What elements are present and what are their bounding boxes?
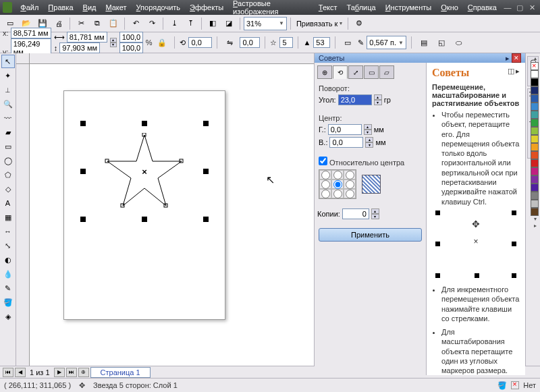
color-swatch[interactable]: [531, 111, 539, 119]
color-swatch[interactable]: [531, 78, 539, 86]
star-shape[interactable]: [104, 133, 185, 211]
add-page-button[interactable]: ⊕: [78, 368, 89, 377]
convert-curves-button[interactable]: ⬭: [452, 35, 466, 50]
paste-button[interactable]: 📋: [106, 16, 121, 31]
rotate-tab[interactable]: ⟲: [333, 65, 348, 79]
angle-input[interactable]: 23,0: [338, 94, 372, 105]
smart-fill-tool[interactable]: ▰: [1, 125, 15, 139]
next-page-button[interactable]: ▶: [54, 368, 65, 377]
scale-y[interactable]: 100,0: [119, 43, 143, 53]
ruler-horizontal[interactable]: миллиметры: [30, 53, 314, 64]
points-value[interactable]: 5: [279, 37, 293, 48]
center-v-input[interactable]: 0,0: [329, 137, 363, 148]
menu-tools[interactable]: Инструменты: [381, 2, 436, 13]
undo-button[interactable]: ↶: [128, 16, 143, 31]
copy-button[interactable]: ⧉: [90, 16, 105, 31]
export-button[interactable]: ⤒: [183, 16, 198, 31]
color-swatch[interactable]: [531, 192, 539, 200]
last-page-button[interactable]: ⏭: [66, 368, 77, 377]
color-swatch[interactable]: [531, 103, 539, 111]
mirror-value[interactable]: 0,0: [240, 37, 260, 48]
menu-arrange[interactable]: Упорядочить: [132, 2, 184, 13]
canvas-area[interactable]: миллиметры × ↖: [16, 53, 314, 366]
polygon-tool[interactable]: ⬠: [1, 168, 15, 181]
copies-input[interactable]: 0: [342, 208, 369, 219]
menu-file[interactable]: Файл: [16, 2, 43, 13]
fill-tool[interactable]: 🪣: [1, 296, 15, 309]
color-swatch[interactable]: [531, 127, 539, 135]
palette-down[interactable]: ▾: [531, 216, 540, 223]
docker-titlebar[interactable]: Советы ▸ ✕: [315, 53, 525, 63]
scale-x[interactable]: 100,0: [119, 32, 143, 43]
interactive-tool[interactable]: ◐: [1, 253, 15, 267]
basic-shapes-tool[interactable]: ◇: [1, 182, 15, 196]
x-value[interactable]: 88,571 мм: [11, 28, 51, 38]
color-swatch[interactable]: [531, 184, 539, 192]
to-front-button[interactable]: ◱: [434, 35, 449, 50]
color-swatch[interactable]: [531, 159, 539, 167]
color-swatch[interactable]: [531, 200, 539, 208]
connector-tool[interactable]: ⤡: [1, 239, 15, 252]
selection-handle[interactable]: [142, 121, 147, 126]
center-h-input[interactable]: 0,0: [328, 124, 362, 135]
color-swatch[interactable]: [531, 167, 539, 175]
eyedropper-tool[interactable]: 💧: [1, 267, 15, 281]
rotation-value[interactable]: 0,0: [188, 37, 212, 48]
selected-object[interactable]: ×: [80, 121, 209, 222]
app-launcher[interactable]: ◧: [205, 16, 220, 31]
prev-page-button[interactable]: ◀: [15, 368, 26, 377]
color-swatch[interactable]: [531, 208, 539, 216]
relative-checkbox[interactable]: Относительно центра: [319, 159, 404, 167]
color-swatch[interactable]: [531, 86, 539, 94]
cut-button[interactable]: ✂: [74, 16, 88, 31]
mirror-h-button[interactable]: ⇋: [222, 35, 237, 50]
page-tab[interactable]: Страница 1: [90, 367, 151, 378]
pick-tool[interactable]: ↖: [1, 55, 15, 68]
selection-handle[interactable]: [80, 217, 86, 222]
rectangle-tool[interactable]: ▭: [1, 140, 15, 153]
color-swatch[interactable]: [531, 175, 539, 184]
palette-menu[interactable]: ▸: [531, 223, 540, 229]
menu-edit[interactable]: Правка: [44, 2, 77, 13]
color-swatch[interactable]: [531, 119, 539, 127]
menu-text[interactable]: Текст: [315, 2, 342, 13]
size-tab[interactable]: ▭: [364, 65, 379, 79]
width-value[interactable]: 81,781 мм: [67, 32, 107, 43]
ruler-corner[interactable]: [16, 53, 30, 64]
selection-handle[interactable]: [142, 217, 147, 222]
print-button[interactable]: 🖨: [51, 16, 66, 31]
sharpness-value[interactable]: 53: [313, 37, 330, 48]
window-minimize[interactable]: —: [502, 3, 513, 12]
color-swatch[interactable]: [531, 151, 539, 159]
outline-tool[interactable]: ✎: [1, 281, 15, 295]
welcome-button[interactable]: ◪: [221, 16, 236, 31]
docker-menu-icon[interactable]: ▸: [506, 54, 510, 63]
height-value[interactable]: 97,903 мм: [59, 43, 100, 53]
freehand-tool[interactable]: 〰: [1, 111, 15, 125]
fill-indicator-icon[interactable]: 🪣: [497, 381, 507, 390]
color-swatch[interactable]: [531, 143, 539, 151]
menu-effects[interactable]: Эффекты: [186, 2, 227, 13]
zoom-combo[interactable]: ▼: [244, 17, 287, 30]
crop-tool[interactable]: ⟂: [1, 83, 15, 96]
window-maximize[interactable]: ▢: [514, 3, 525, 12]
anchor-grid[interactable]: [319, 169, 356, 199]
dimension-tool[interactable]: ↔: [1, 225, 15, 238]
table-tool[interactable]: ▦: [1, 211, 15, 224]
text-tool[interactable]: A: [1, 196, 15, 210]
color-swatch[interactable]: [531, 94, 539, 103]
outline-style-button[interactable]: ▭: [340, 35, 355, 50]
menu-view[interactable]: Вид: [79, 2, 101, 13]
selection-handle[interactable]: [203, 169, 209, 174]
zoom-tool[interactable]: 🔍: [1, 97, 15, 111]
skew-tab[interactable]: ▱: [379, 65, 394, 79]
lock-ratio-button[interactable]: 🔒: [155, 35, 169, 50]
options-button[interactable]: ⚙: [352, 16, 367, 31]
snap-combo[interactable]: Привязать к ▾: [294, 17, 344, 30]
menu-table[interactable]: Таблица: [343, 2, 380, 13]
menu-layout[interactable]: Макет: [101, 2, 130, 13]
window-close[interactable]: ✕: [526, 3, 537, 12]
ellipse-tool[interactable]: ◯: [1, 154, 15, 167]
hints-book-icon[interactable]: ◫: [508, 67, 514, 76]
redo-button[interactable]: ↷: [144, 16, 159, 31]
